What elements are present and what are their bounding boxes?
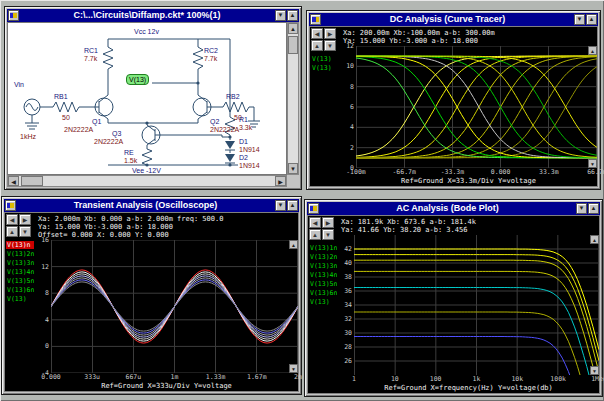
pan-down-icon[interactable]: ▼ (289, 364, 298, 373)
plot-area-dc[interactable]: ▲ ▼ (356, 46, 597, 168)
component-label[interactable]: D2 (239, 154, 248, 161)
signal-label[interactable]: V(13)2n (6, 250, 34, 258)
signal-label[interactable]: V(13)6n (6, 286, 34, 294)
app-icon[interactable] (310, 14, 321, 25)
plot-tool-icon[interactable]: ▲ (309, 229, 321, 240)
scroll-left-icon[interactable]: ◀ (8, 176, 19, 186)
x-axis-tick-label: 2m (294, 373, 302, 381)
plot-footer-transient: Ref=Ground X=333u/Div Y=voltage (35, 381, 298, 391)
signal-label[interactable]: V(13)n (6, 241, 34, 249)
y-axis-tick-label: 36 (344, 287, 352, 295)
plot-tool-icon[interactable]: ▶ (322, 217, 334, 228)
oscilloscope-chart[interactable] (51, 240, 298, 373)
component-label[interactable]: Q2 (210, 118, 219, 125)
signal-label[interactable]: V(13)5n (309, 280, 337, 288)
app-icon[interactable] (8, 10, 19, 21)
plot-tool-icon[interactable]: ◀ (6, 214, 18, 225)
plot-tool-icon[interactable]: ▼ (19, 226, 31, 237)
signal-label[interactable]: V(13) (311, 64, 339, 72)
plot-area-ac[interactable]: ▲ ▼ (354, 235, 599, 375)
component-label[interactable]: RB1 (54, 93, 68, 100)
node-voltage-highlight[interactable]: V(13) (126, 74, 149, 85)
component-label[interactable]: 1N914 (239, 162, 260, 169)
signal-label[interactable]: V(13) (6, 295, 34, 303)
pan-down-icon[interactable]: ▼ (590, 366, 599, 375)
plot-area-transient[interactable]: ▲ ▼ (51, 240, 298, 373)
y-axis-tick-label: 28 (344, 343, 352, 351)
component-label[interactable]: 2N2222A (210, 126, 239, 133)
component-label[interactable]: 2N2222A (94, 138, 123, 145)
signal-label[interactable]: V(13)4n (309, 271, 337, 279)
app-icon[interactable] (308, 203, 319, 214)
pan-up-icon[interactable]: ▲ (588, 46, 597, 55)
component-label[interactable]: RE (124, 149, 134, 156)
signal-label[interactable]: V(13)3n (309, 262, 337, 270)
titlebar-ac[interactable]: AC Analysis (Bode Plot) ▼ ▲ (307, 202, 600, 215)
signal-label[interactable]: V(13) (309, 298, 337, 306)
plot-tool-icon[interactable]: ◀ (311, 28, 323, 39)
component-label[interactable]: 3.3k (239, 124, 252, 131)
plot-tool-icon[interactable]: ▲ (311, 40, 323, 51)
titlebar-schematic[interactable]: C:\...\Circuits\Diffamp.ckt* 100%(1) ▼ ▲ (7, 9, 299, 22)
scroll-down-icon[interactable]: ▼ (288, 163, 298, 174)
component-label[interactable]: 1N914 (239, 146, 260, 153)
component-label[interactable]: 50 (62, 114, 70, 121)
plot-tool-icon[interactable]: ▶ (324, 28, 336, 39)
component-label[interactable]: RB2 (226, 93, 240, 100)
signal-label[interactable]: V(13)3n (6, 259, 34, 267)
plot-tool-icon[interactable]: ▶ (19, 214, 31, 225)
horizontal-scroll-thumb[interactable] (21, 176, 43, 186)
plot-tool-icon[interactable]: ▼ (322, 229, 334, 240)
signal-list: V(13)V(13) (310, 54, 340, 73)
titlebar-transient[interactable]: Transient Analysis (Oscilloscope) ▼ ▲ (4, 199, 299, 212)
pan-up-icon[interactable]: ▲ (590, 235, 599, 244)
component-label[interactable]: 1.5k (124, 157, 137, 164)
component-label[interactable]: 7.7k (84, 55, 97, 62)
minimize-icon[interactable]: ▼ (275, 10, 286, 21)
schematic-canvas[interactable]: Vin1kHzRB150RC17.7kVcc 12vRC27.7kQ12N222… (7, 22, 287, 175)
bode-plot-chart[interactable] (354, 235, 599, 375)
horizontal-scrollbar[interactable]: ◀ ▶ (7, 175, 287, 187)
signal-label[interactable]: V(13)2n (309, 253, 337, 261)
y-axis-tick-label: 32 (344, 315, 352, 323)
minimize-icon[interactable]: ▼ (574, 14, 585, 25)
plot-tool-icon[interactable]: ▼ (324, 40, 336, 51)
component-label[interactable]: R1 (239, 116, 248, 123)
plot-tool-icon[interactable]: ▲ (6, 226, 18, 237)
signal-label[interactable]: V(13)6n (309, 289, 337, 297)
maximize-icon[interactable]: ▲ (586, 14, 597, 25)
component-label[interactable]: RC2 (204, 47, 218, 54)
component-label[interactable]: Vcc 12v (134, 28, 159, 35)
vertical-scroll-thumb[interactable] (288, 36, 298, 54)
dc-curve-tracer-chart[interactable] (356, 46, 597, 168)
scroll-up-icon[interactable]: ▲ (288, 23, 298, 34)
app-icon[interactable] (5, 200, 16, 211)
component-label[interactable]: D1 (239, 138, 248, 145)
plot-tool-icon[interactable]: ◀ (309, 217, 321, 228)
minimize-icon[interactable]: ▼ (275, 200, 286, 211)
component-label[interactable]: 2N2222A (64, 126, 93, 133)
pan-up-icon[interactable]: ▲ (289, 240, 298, 249)
component-label[interactable]: Vin (14, 81, 24, 88)
component-label[interactable]: 1kHz (20, 133, 36, 140)
signal-label[interactable]: V(13)4n (6, 268, 34, 276)
vertical-scroll-track[interactable] (288, 34, 298, 163)
signal-label[interactable]: V(13)1n (309, 244, 337, 252)
signal-label[interactable]: V(13) (311, 55, 339, 63)
component-label[interactable]: RC1 (84, 47, 98, 54)
scroll-right-icon[interactable]: ▶ (275, 176, 286, 186)
minimize-icon[interactable]: ▼ (576, 203, 587, 214)
horizontal-scroll-track[interactable] (19, 176, 275, 186)
cursor-readout-transient: Xa: 2.000m Xb: 0.000 a-b: 2.000m freq: 5… (35, 213, 298, 240)
maximize-icon[interactable]: ▲ (588, 203, 599, 214)
maximize-icon[interactable]: ▲ (287, 10, 298, 21)
pan-down-icon[interactable]: ▼ (588, 159, 597, 168)
signal-label[interactable]: V(13)5n (6, 277, 34, 285)
component-label[interactable]: Vee -12V (132, 167, 161, 174)
maximize-icon[interactable]: ▲ (287, 200, 298, 211)
titlebar-dc[interactable]: DC Analysis (Curve Tracer) ▼ ▲ (309, 13, 598, 26)
component-label[interactable]: Q3 (112, 130, 121, 137)
component-label[interactable]: Q1 (92, 118, 101, 125)
component-label[interactable]: 7.7k (204, 55, 217, 62)
vertical-scrollbar[interactable]: ▲ ▼ (287, 22, 299, 175)
